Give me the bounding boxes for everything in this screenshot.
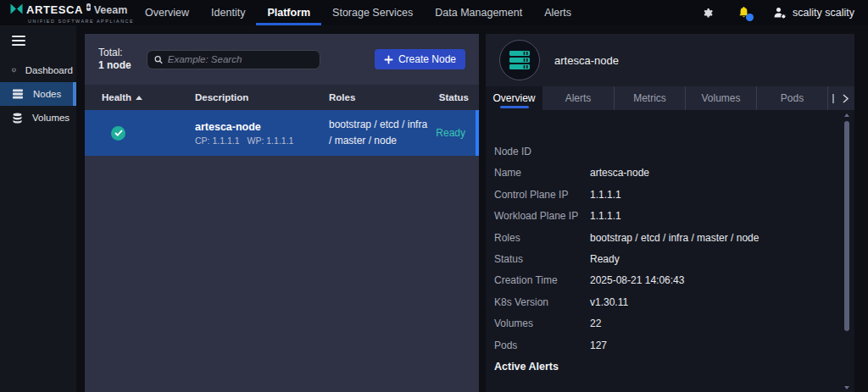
artesca-veeam-logo[interactable]: ARTESCA + Veeam UNIFIED SOFTWARE APPLIAN… <box>0 0 127 25</box>
nodes-table-header: Health Description Roles Status <box>85 85 479 110</box>
server-stack-icon <box>509 50 531 70</box>
scroll-up-arrow-icon[interactable] <box>844 113 849 117</box>
node-status-badge: Ready <box>435 127 476 139</box>
field-control-plane-ip: Control Plane IP1.1.1.1 <box>494 189 854 201</box>
field-k8s-version: K8s Versionv1.30.11 <box>494 296 854 308</box>
node-detail-tabs: Overview Alerts Metrics Volumes Pods <box>486 86 854 110</box>
tabs-scroll-right-chevron-icon[interactable] <box>843 94 849 103</box>
tab-metrics[interactable]: Metrics <box>614 86 685 110</box>
sidebar-item-label: Volumes <box>32 113 70 123</box>
scroll-down-arrow-icon[interactable] <box>844 386 849 389</box>
settings-gear-icon[interactable] <box>702 7 715 19</box>
detail-scrollbar[interactable] <box>843 113 850 389</box>
tab-overview[interactable]: Overview <box>486 86 542 110</box>
active-alerts-heading: Active Alerts <box>494 361 854 373</box>
field-status: StatusReady <box>494 253 854 265</box>
field-volumes: Volumes22 <box>494 317 854 329</box>
field-name: Nameartesca-node <box>494 167 854 179</box>
nav-item-storage-services[interactable]: Storage Services <box>321 0 424 25</box>
column-header-status[interactable]: Status <box>435 92 479 102</box>
artesca-logo-icon <box>10 3 23 18</box>
node-overview-content: Node ID Nameartesca-node Control Plane I… <box>486 110 854 392</box>
logo-subtitle: UNIFIED SOFTWARE APPLIANCE <box>10 19 127 24</box>
column-header-description[interactable]: Description <box>195 92 329 102</box>
plus-badge-icon: + <box>86 3 91 11</box>
create-node-label: Create Node <box>398 53 456 65</box>
column-header-roles[interactable]: Roles <box>329 92 435 102</box>
node-roles: bootstrap / etcd / infra / master / node <box>329 117 435 149</box>
search-icon <box>154 55 163 64</box>
sidebar-item-nodes[interactable]: Nodes <box>0 82 76 106</box>
main-navigation: Overview Identity Platform Storage Servi… <box>134 0 582 25</box>
nav-item-data-management[interactable]: Data Management <box>424 0 533 25</box>
node-detail-title: artesca-node <box>554 54 619 67</box>
nodes-icon <box>12 89 24 99</box>
notification-badge <box>746 14 754 21</box>
field-pods: Pods127 <box>494 340 854 351</box>
user-icon <box>773 7 787 19</box>
partial-tab-glyph <box>832 94 834 103</box>
search-box[interactable] <box>147 50 320 69</box>
node-avatar <box>499 40 540 80</box>
nav-item-identity[interactable]: Identity <box>200 0 256 25</box>
notifications-bell-icon[interactable] <box>737 6 750 19</box>
tab-overflow <box>827 86 854 110</box>
sidebar-item-dashboard[interactable]: Dashboard <box>0 58 76 82</box>
node-name: artesca-node <box>195 121 329 133</box>
volumes-icon <box>12 113 23 124</box>
total-value: 1 node <box>98 59 131 72</box>
user-menu[interactable]: scality scality <box>773 7 854 19</box>
sidebar-collapse-hamburger-icon[interactable] <box>0 25 76 58</box>
nav-item-alerts[interactable]: Alerts <box>533 0 582 25</box>
tab-volumes[interactable]: Volumes <box>685 86 756 110</box>
field-creation-time: Creation Time2025-08-21 14:06:43 <box>494 274 854 286</box>
node-ips: CP: 1.1.1.1 WP: 1.1.1.1 <box>195 135 329 146</box>
create-node-button[interactable]: Create Node <box>375 49 465 69</box>
total-label: Total: <box>98 47 131 59</box>
nav-item-platform[interactable]: Platform <box>256 0 321 25</box>
dashboard-icon <box>12 65 16 75</box>
sidebar-item-label: Dashboard <box>25 65 73 75</box>
scrollbar-thumb[interactable] <box>844 121 849 331</box>
sort-ascending-icon <box>136 96 142 100</box>
user-name: scality scality <box>793 7 854 19</box>
field-roles: Rolesbootstrap / etcd / infra / master /… <box>494 232 854 244</box>
field-workload-plane-ip: Workload Plane IP1.1.1.1 <box>494 210 854 222</box>
healthy-check-icon <box>111 126 125 141</box>
search-input[interactable] <box>168 54 313 64</box>
left-sidebar: Dashboard Nodes Volumes <box>0 25 76 392</box>
tab-pods[interactable]: Pods <box>756 86 827 110</box>
total-count: Total: 1 node <box>98 47 131 72</box>
field-node-id: Node ID <box>494 146 854 157</box>
top-navigation-bar: ARTESCA + Veeam UNIFIED SOFTWARE APPLIAN… <box>0 0 868 25</box>
sidebar-item-label: Nodes <box>33 89 61 99</box>
nodes-list-panel: Total: 1 node Create Node Health Descrip… <box>85 34 479 392</box>
plus-icon <box>384 55 393 64</box>
node-detail-panel: artesca-node Overview Alerts Metrics Vol… <box>486 34 854 392</box>
workload-plane-ip: WP: 1.1.1.1 <box>248 135 294 146</box>
nav-item-overview[interactable]: Overview <box>134 0 200 25</box>
control-plane-ip: CP: 1.1.1.1 <box>195 135 240 146</box>
table-row-artesca-node[interactable]: artesca-node CP: 1.1.1.1 WP: 1.1.1.1 boo… <box>85 110 479 156</box>
brand-name: ARTESCA <box>26 3 83 16</box>
column-header-health[interactable]: Health <box>85 92 195 102</box>
partner-name: Veeam <box>94 4 128 16</box>
sidebar-item-volumes[interactable]: Volumes <box>0 106 76 130</box>
tab-alerts[interactable]: Alerts <box>542 86 614 110</box>
